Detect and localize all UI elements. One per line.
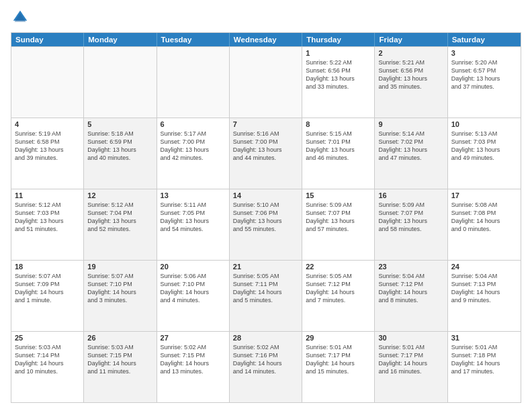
header-day-saturday: Saturday	[448, 33, 521, 46]
cell-info: Sunrise: 5:19 AM Sunset: 6:58 PM Dayligh…	[15, 130, 80, 163]
day-number: 19	[87, 263, 152, 271]
day-number: 26	[87, 334, 152, 342]
day-number: 12	[87, 191, 152, 199]
day-number: 30	[378, 334, 443, 342]
cal-cell: 5Sunrise: 5:18 AM Sunset: 6:59 PM Daylig…	[84, 118, 157, 189]
cal-cell: 23Sunrise: 5:04 AM Sunset: 7:12 PM Dayli…	[375, 261, 447, 331]
day-number: 31	[451, 334, 517, 342]
cal-cell: 18Sunrise: 5:07 AM Sunset: 7:09 PM Dayli…	[11, 261, 84, 331]
cell-info: Sunrise: 5:05 AM Sunset: 7:11 PM Dayligh…	[233, 272, 298, 305]
calendar-row-2: 11Sunrise: 5:12 AM Sunset: 7:03 PM Dayli…	[11, 189, 521, 260]
header-day-wednesday: Wednesday	[230, 33, 302, 46]
day-number: 22	[306, 263, 371, 271]
day-number: 10	[451, 120, 517, 128]
day-number: 1	[306, 49, 371, 57]
cell-info: Sunrise: 5:02 AM Sunset: 7:15 PM Dayligh…	[161, 343, 226, 376]
day-number: 2	[378, 49, 443, 57]
cal-cell: 8Sunrise: 5:15 AM Sunset: 7:01 PM Daylig…	[302, 118, 375, 189]
cal-cell: 4Sunrise: 5:19 AM Sunset: 6:58 PM Daylig…	[11, 118, 84, 189]
header	[11, 8, 521, 27]
cal-cell: 11Sunrise: 5:12 AM Sunset: 7:03 PM Dayli…	[11, 189, 84, 260]
header-day-sunday: Sunday	[11, 33, 84, 46]
logo-icon	[11, 8, 30, 27]
cal-cell: 13Sunrise: 5:11 AM Sunset: 7:05 PM Dayli…	[157, 189, 230, 260]
cell-info: Sunrise: 5:04 AM Sunset: 7:13 PM Dayligh…	[451, 272, 517, 305]
cal-cell: 30Sunrise: 5:01 AM Sunset: 7:17 PM Dayli…	[375, 332, 447, 402]
cell-info: Sunrise: 5:12 AM Sunset: 7:04 PM Dayligh…	[87, 201, 152, 234]
day-number: 15	[306, 191, 371, 199]
cell-info: Sunrise: 5:01 AM Sunset: 7:17 PM Dayligh…	[378, 343, 443, 376]
day-number: 20	[161, 263, 226, 271]
cell-info: Sunrise: 5:07 AM Sunset: 7:09 PM Dayligh…	[15, 272, 80, 305]
cal-cell	[157, 47, 230, 118]
cal-cell: 22Sunrise: 5:05 AM Sunset: 7:12 PM Dayli…	[302, 261, 375, 331]
cal-cell: 17Sunrise: 5:08 AM Sunset: 7:08 PM Dayli…	[448, 189, 521, 260]
cal-cell: 3Sunrise: 5:20 AM Sunset: 6:57 PM Daylig…	[448, 47, 521, 118]
cell-info: Sunrise: 5:06 AM Sunset: 7:10 PM Dayligh…	[161, 272, 226, 305]
cal-cell: 16Sunrise: 5:09 AM Sunset: 7:07 PM Dayli…	[375, 189, 447, 260]
cal-cell	[84, 47, 157, 118]
calendar-row-1: 4Sunrise: 5:19 AM Sunset: 6:58 PM Daylig…	[11, 118, 521, 189]
calendar-row-3: 18Sunrise: 5:07 AM Sunset: 7:09 PM Dayli…	[11, 260, 521, 331]
cell-info: Sunrise: 5:17 AM Sunset: 7:00 PM Dayligh…	[161, 130, 226, 163]
cal-cell: 25Sunrise: 5:03 AM Sunset: 7:14 PM Dayli…	[11, 332, 84, 402]
day-number: 16	[378, 191, 443, 199]
cell-info: Sunrise: 5:07 AM Sunset: 7:10 PM Dayligh…	[87, 272, 152, 305]
cell-info: Sunrise: 5:04 AM Sunset: 7:12 PM Dayligh…	[378, 272, 443, 305]
day-number: 6	[161, 120, 226, 128]
day-number: 8	[306, 120, 371, 128]
day-number: 28	[233, 334, 298, 342]
day-number: 21	[233, 263, 298, 271]
day-number: 7	[233, 120, 298, 128]
cell-info: Sunrise: 5:16 AM Sunset: 7:00 PM Dayligh…	[233, 130, 298, 163]
calendar-row-4: 25Sunrise: 5:03 AM Sunset: 7:14 PM Dayli…	[11, 331, 521, 402]
cell-info: Sunrise: 5:09 AM Sunset: 7:07 PM Dayligh…	[378, 201, 443, 234]
cell-info: Sunrise: 5:21 AM Sunset: 6:56 PM Dayligh…	[378, 58, 443, 91]
cal-cell: 26Sunrise: 5:03 AM Sunset: 7:15 PM Dayli…	[84, 332, 157, 402]
day-number: 3	[451, 49, 517, 57]
day-number: 13	[161, 191, 226, 199]
cell-info: Sunrise: 5:01 AM Sunset: 7:18 PM Dayligh…	[451, 343, 517, 376]
cal-cell: 19Sunrise: 5:07 AM Sunset: 7:10 PM Dayli…	[84, 261, 157, 331]
cal-cell	[230, 47, 302, 118]
day-number: 25	[15, 334, 80, 342]
day-number: 9	[378, 120, 443, 128]
day-number: 17	[451, 191, 517, 199]
cal-cell: 7Sunrise: 5:16 AM Sunset: 7:00 PM Daylig…	[230, 118, 302, 189]
header-day-friday: Friday	[375, 33, 447, 46]
cal-cell: 1Sunrise: 5:22 AM Sunset: 6:56 PM Daylig…	[302, 47, 375, 118]
logo	[11, 8, 32, 27]
calendar-row-0: 1Sunrise: 5:22 AM Sunset: 6:56 PM Daylig…	[11, 46, 521, 118]
cal-cell: 2Sunrise: 5:21 AM Sunset: 6:56 PM Daylig…	[375, 47, 447, 118]
cal-cell: 31Sunrise: 5:01 AM Sunset: 7:18 PM Dayli…	[448, 332, 521, 402]
cal-cell: 10Sunrise: 5:13 AM Sunset: 7:03 PM Dayli…	[448, 118, 521, 189]
header-day-thursday: Thursday	[302, 33, 375, 46]
cell-info: Sunrise: 5:22 AM Sunset: 6:56 PM Dayligh…	[306, 58, 371, 91]
calendar-header: SundayMondayTuesdayWednesdayThursdayFrid…	[11, 33, 521, 46]
cell-info: Sunrise: 5:03 AM Sunset: 7:15 PM Dayligh…	[87, 343, 152, 376]
day-number: 29	[306, 334, 371, 342]
cell-info: Sunrise: 5:03 AM Sunset: 7:14 PM Dayligh…	[15, 343, 80, 376]
day-number: 23	[378, 263, 443, 271]
cal-cell: 29Sunrise: 5:01 AM Sunset: 7:17 PM Dayli…	[302, 332, 375, 402]
cal-cell: 20Sunrise: 5:06 AM Sunset: 7:10 PM Dayli…	[157, 261, 230, 331]
header-day-monday: Monday	[84, 33, 157, 46]
cal-cell: 21Sunrise: 5:05 AM Sunset: 7:11 PM Dayli…	[230, 261, 302, 331]
cal-cell: 9Sunrise: 5:14 AM Sunset: 7:02 PM Daylig…	[375, 118, 447, 189]
cal-cell: 12Sunrise: 5:12 AM Sunset: 7:04 PM Dayli…	[84, 189, 157, 260]
cell-info: Sunrise: 5:05 AM Sunset: 7:12 PM Dayligh…	[306, 272, 371, 305]
cell-info: Sunrise: 5:10 AM Sunset: 7:06 PM Dayligh…	[233, 201, 298, 234]
cal-cell: 28Sunrise: 5:02 AM Sunset: 7:16 PM Dayli…	[230, 332, 302, 402]
cell-info: Sunrise: 5:20 AM Sunset: 6:57 PM Dayligh…	[451, 58, 517, 91]
cell-info: Sunrise: 5:15 AM Sunset: 7:01 PM Dayligh…	[306, 130, 371, 163]
cal-cell: 27Sunrise: 5:02 AM Sunset: 7:15 PM Dayli…	[157, 332, 230, 402]
page: SundayMondayTuesdayWednesdayThursdayFrid…	[0, 0, 532, 411]
day-number: 11	[15, 191, 80, 199]
day-number: 18	[15, 263, 80, 271]
day-number: 5	[87, 120, 152, 128]
cell-info: Sunrise: 5:11 AM Sunset: 7:05 PM Dayligh…	[161, 201, 226, 234]
cell-info: Sunrise: 5:18 AM Sunset: 6:59 PM Dayligh…	[87, 130, 152, 163]
cal-cell: 24Sunrise: 5:04 AM Sunset: 7:13 PM Dayli…	[448, 261, 521, 331]
calendar-body: 1Sunrise: 5:22 AM Sunset: 6:56 PM Daylig…	[11, 46, 521, 402]
cell-info: Sunrise: 5:08 AM Sunset: 7:08 PM Dayligh…	[451, 201, 517, 234]
